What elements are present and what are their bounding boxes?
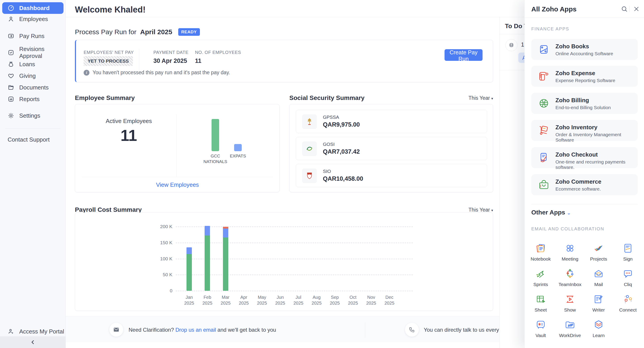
sidebar-item-revisions-approval[interactable]: Revisions Approval [0,47,66,58]
app-connect[interactable]: Connect [613,294,642,313]
expats-bar [234,144,242,151]
app-label: Sheet [526,307,555,313]
vault-icon [535,319,546,330]
sidebar-item-pay-runs[interactable]: Pay Runs [0,30,66,42]
sidebar-item-access-my-portal[interactable]: Access My Portal [0,326,66,337]
social-row-amount: QAR7,037.42 [323,148,360,155]
app-desc: Ecommerce software. [556,186,601,192]
money-bag-icon [8,61,14,68]
app-label: Sprints [526,282,555,287]
social-row-name: SIO [323,169,331,174]
app-desc: Order & Inventory Management Software [556,132,638,143]
sidebar-item-label: Employees [19,16,48,22]
app-vault[interactable]: Vault [526,319,555,338]
sidebar-item-loans[interactable]: Loans [0,58,66,70]
coins-icon [508,42,515,48]
app-projects[interactable]: Projects [584,243,613,262]
notebook-icon [535,243,546,254]
app-card-zoho-books[interactable]: Zoho Books Online Accounting Software [531,39,638,60]
writer-icon [593,294,604,304]
drop-us-an-email-link[interactable]: Drop us an email [175,327,216,333]
chart-y-tick: 0 [154,288,172,294]
app-meeting[interactable]: Meeting [556,243,584,262]
app-name: Zoho Checkout [556,151,598,158]
drawer-header: All Zoho Apps [524,0,644,18]
email-support-text: Need Clarification? Drop us an email and… [128,327,276,333]
chart-x-label: Apr2025 [235,294,253,306]
sidebar-item-label: Revisions Approval [19,46,66,60]
app-writer[interactable]: Writer [584,294,613,313]
app-show[interactable]: Show [556,294,584,313]
chart-bar-segment [186,247,192,254]
payroll-summary-filter[interactable]: This Year▾ [468,207,493,213]
mail-icon [593,268,604,279]
app-workdrive[interactable]: WorkDrive [556,319,584,338]
chart-x-label: Dec2025 [380,294,398,306]
email-circle [109,323,123,336]
employee-card-footer-divider [82,177,273,177]
app-notebook[interactable]: Notebook [526,243,555,262]
sidebar-item-reports[interactable]: Reports [0,93,66,105]
app-label: Connect [613,307,642,313]
app-mail[interactable]: Mail [584,268,613,287]
chevron-down-icon: ⌄ [567,210,571,216]
heart-icon [8,72,14,79]
app-desc: End-to-end Billing Solution [556,105,611,110]
app-card-zoho-checkout[interactable]: Zoho Checkout One-time and recurring pay… [531,147,638,168]
app-label: Sign [613,256,642,262]
app-name: Zoho Billing [556,97,589,104]
search-icon[interactable] [621,5,628,12]
payrun-title-prefix: Process Pay Run for [75,28,136,36]
contact-support-label: Contact Support [8,136,50,143]
zoho-expense-icon [538,70,550,82]
payrun-section-title: Process Pay Run for April 2025 READY [75,28,200,37]
cliq-icon [622,268,633,279]
chart-bar-segment [223,228,228,238]
app-card-zoho-billing[interactable]: Zoho Billing End-to-end Billing Solution [531,93,638,114]
access-my-portal-label: Access My Portal [19,328,64,335]
view-employees-link[interactable]: View Employees [75,182,280,188]
app-learn[interactable]: Learn [584,319,613,338]
chart-bar-segment [204,226,210,236]
employee-summary-card: Active Employees 11 GCCNATIONALS EXPATS … [75,104,280,192]
zoho-inventory-icon [538,124,550,136]
ready-badge: READY [178,28,200,36]
chevron-down-icon: ▾ [491,96,493,100]
page-title: Welcome Khaled! [75,5,146,14]
app-teaminbox[interactable]: TeamInbox [556,268,584,287]
app-name: Zoho Inventory [556,124,598,131]
other-apps-label: Other Apps [531,209,565,216]
chart-gridline [176,275,413,275]
sidebar-item-documents[interactable]: Documents [0,82,66,93]
sidebar-item-dashboard[interactable]: Dashboard [2,2,64,14]
app-cliq[interactable]: Cliq [613,268,642,287]
chart-x-label: May2025 [253,294,271,306]
app-sprints[interactable]: Sprints [526,268,555,287]
sidebar-collapse-bar[interactable] [0,336,66,348]
chart-gridline [176,226,413,227]
other-apps-toggle[interactable]: Other Apps⌄ [531,209,571,216]
sidebar-item-contact-support[interactable]: Contact Support [0,134,66,145]
filter-value: This Year [468,207,490,213]
sidebar-item-employees[interactable]: Employees [0,13,66,25]
chart-gridline [176,243,413,243]
social-security-filter[interactable]: This Year▾ [468,95,493,101]
sidebar-item-giving[interactable]: Giving [0,70,66,82]
payrun-period: April 2025 [140,28,172,36]
app-sheet[interactable]: Sheet [526,294,555,313]
sidebar-item-label: Dashboard [19,5,50,12]
chart-bar-segment [223,227,228,228]
app-label: Learn [584,333,613,338]
payment-date-value: 30 Apr 2025 [154,58,187,64]
sheet-icon [535,294,546,304]
close-icon[interactable] [633,5,640,12]
sio-emblem-icon [302,169,317,183]
app-card-zoho-expense[interactable]: Zoho Expense Expense Reporting Software [531,66,638,87]
app-sign[interactable]: Sign [613,243,642,262]
active-employees-label: Active Employees [93,118,164,124]
sidebar-item-settings[interactable]: Settings [0,110,66,122]
connect-icon [622,294,633,304]
create-pay-run-button[interactable]: Create Pay Run [444,49,482,61]
app-card-zoho-commerce[interactable]: Zoho Commerce Ecommerce software. [531,174,638,195]
app-card-zoho-inventory[interactable]: Zoho Inventory Order & Inventory Managem… [531,120,638,141]
